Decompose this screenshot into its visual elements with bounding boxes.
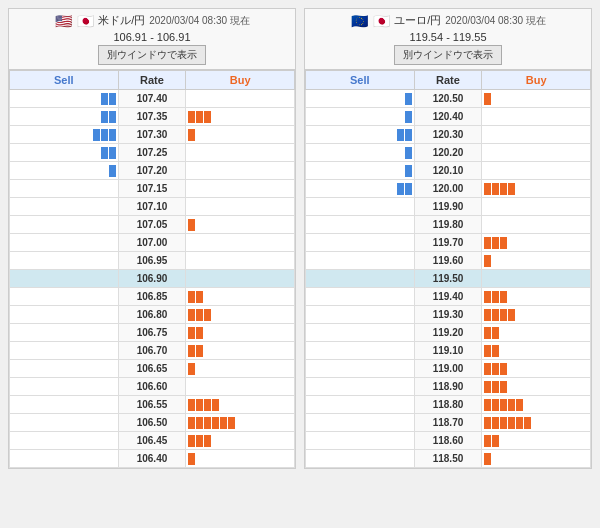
buy-bar-cell: [186, 306, 295, 324]
sell-bars: [12, 128, 116, 142]
table-row: 118.70: [306, 414, 591, 432]
table-row: 107.40: [10, 90, 295, 108]
table-row: 119.90: [306, 198, 591, 216]
rate-cell: 107.30: [118, 126, 186, 144]
buy-bar-cell: [186, 180, 295, 198]
buy-bars: [188, 416, 292, 430]
buy-bar-cell: [482, 216, 591, 234]
table-row: 120.50: [306, 90, 591, 108]
buy-bars: [188, 254, 292, 268]
buy-bar-cell: [482, 108, 591, 126]
table-row: 119.10: [306, 342, 591, 360]
table-row: 120.30: [306, 126, 591, 144]
table-row: 107.20: [10, 162, 295, 180]
buy-bars: [484, 128, 588, 142]
sell-bars: [12, 92, 116, 106]
sell-bars: [12, 434, 116, 448]
rate-cell: 119.00: [414, 360, 482, 378]
date-info: 2020/03/04 08:30 現在: [445, 14, 546, 28]
rate-header: Rate: [118, 71, 186, 90]
buy-bar-cell: [186, 108, 295, 126]
rate-cell: 119.50: [414, 270, 482, 288]
table-row: 119.80: [306, 216, 591, 234]
buy-bar-cell: [186, 90, 295, 108]
buy-bar-cell: [482, 180, 591, 198]
sell-bars: [12, 218, 116, 232]
sell-bar-cell: [306, 216, 415, 234]
rate-cell: 119.30: [414, 306, 482, 324]
rate-cell: 106.45: [118, 432, 186, 450]
pair-name: ユーロ/円: [394, 13, 441, 28]
sell-bars: [308, 200, 412, 214]
date-info: 2020/03/04 08:30 現在: [149, 14, 250, 28]
sell-bar-cell: [10, 324, 119, 342]
sell-bar-cell: [306, 198, 415, 216]
table-row: 119.50: [306, 270, 591, 288]
table-row: 107.35: [10, 108, 295, 126]
order-book-table: Sell Rate Buy 120.50: [305, 70, 591, 468]
sell-bars: [308, 164, 412, 178]
table-row: 120.10: [306, 162, 591, 180]
buy-bars: [484, 452, 588, 466]
rate-header: Rate: [414, 71, 482, 90]
sell-bar-cell: [10, 126, 119, 144]
sell-bars: [308, 380, 412, 394]
table-row: 107.30: [10, 126, 295, 144]
rate-cell: 106.90: [118, 270, 186, 288]
table-row: 106.70: [10, 342, 295, 360]
rate-cell: 107.40: [118, 90, 186, 108]
sell-bar-cell: [10, 450, 119, 468]
sell-bars: [308, 92, 412, 106]
buy-bar-cell: [186, 450, 295, 468]
buy-bar-cell: [186, 360, 295, 378]
buy-bar-cell: [482, 144, 591, 162]
buy-bar-cell: [482, 90, 591, 108]
buy-bar-cell: [482, 306, 591, 324]
sell-bars: [308, 398, 412, 412]
sell-bars: [12, 344, 116, 358]
buy-bars: [484, 254, 588, 268]
rate-cell: 106.80: [118, 306, 186, 324]
buy-bars: [484, 362, 588, 376]
sell-bars: [12, 452, 116, 466]
rate-cell: 120.20: [414, 144, 482, 162]
rate-cell: 106.70: [118, 342, 186, 360]
rate-cell: 118.60: [414, 432, 482, 450]
buy-bars: [188, 200, 292, 214]
rate-cell: 106.75: [118, 324, 186, 342]
rate-cell: 120.30: [414, 126, 482, 144]
sell-bars: [308, 344, 412, 358]
sell-bars: [12, 110, 116, 124]
sell-bars: [308, 290, 412, 304]
table-row: 106.65: [10, 360, 295, 378]
sell-bars: [12, 380, 116, 394]
buy-bars: [188, 272, 292, 286]
buy-bar-cell: [482, 432, 591, 450]
rate-cell: 107.35: [118, 108, 186, 126]
rate-cell: 120.00: [414, 180, 482, 198]
sell-bar-cell: [10, 432, 119, 450]
buy-bars: [484, 182, 588, 196]
sell-bars: [308, 272, 412, 286]
buy-bar-cell: [186, 162, 295, 180]
rate-cell: 106.55: [118, 396, 186, 414]
table-row: 118.80: [306, 396, 591, 414]
table-row: 119.60: [306, 252, 591, 270]
sell-bar-cell: [10, 396, 119, 414]
sell-bars: [12, 290, 116, 304]
flag2-icon: 🇯🇵: [76, 15, 94, 27]
sell-bar-cell: [306, 378, 415, 396]
buy-bars: [188, 218, 292, 232]
sell-bar-cell: [10, 342, 119, 360]
rate-cell: 106.65: [118, 360, 186, 378]
sell-bar-cell: [10, 270, 119, 288]
table-row: 107.00: [10, 234, 295, 252]
buy-bars: [484, 308, 588, 322]
window-button[interactable]: 別ウインドウで表示: [98, 45, 206, 65]
panel-header: 🇺🇸 🇯🇵 米ドル/円 2020/03/04 08:30 現在 106.91 -…: [9, 9, 295, 70]
table-row: 119.30: [306, 306, 591, 324]
rate-cell: 120.50: [414, 90, 482, 108]
sell-bar-cell: [10, 180, 119, 198]
sell-bars: [12, 308, 116, 322]
window-button[interactable]: 別ウインドウで表示: [394, 45, 502, 65]
